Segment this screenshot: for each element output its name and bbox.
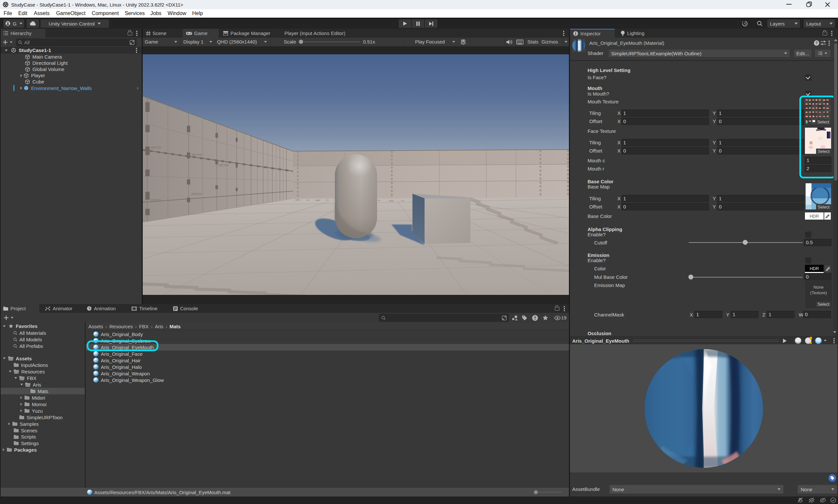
svg-text:3METER: 3METER	[218, 164, 229, 167]
svg-text:3METER: 3METER	[191, 154, 202, 157]
svg-text:3METER: 3METER	[150, 199, 161, 202]
svg-text:3METER: 3METER	[191, 193, 202, 196]
svg-text:?: ?	[816, 41, 818, 46]
svg-text:3METER: 3METER	[150, 146, 161, 149]
